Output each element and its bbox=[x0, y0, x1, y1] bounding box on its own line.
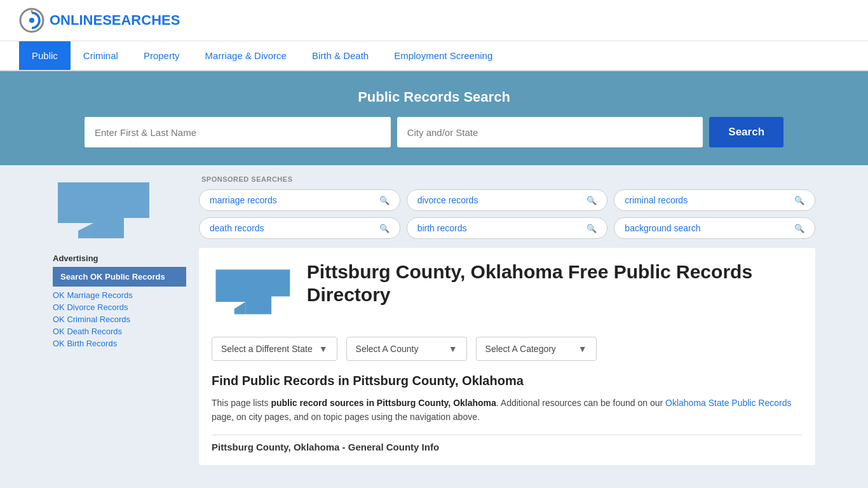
search-icon-birth: 🔍 bbox=[587, 224, 597, 233]
page-header: ONLINESEARCHES bbox=[0, 0, 868, 41]
oklahoma-map bbox=[53, 175, 154, 245]
search-banner-title: Public Records Search bbox=[19, 89, 849, 105]
main-nav: Public Criminal Property Marriage & Divo… bbox=[0, 41, 868, 71]
tags-row-1: marriage records 🔍 divorce records 🔍 cri… bbox=[199, 189, 815, 211]
directory-section: Pittsburg County, Oklahoma Free Public R… bbox=[199, 248, 815, 465]
nav-property[interactable]: Property bbox=[131, 41, 193, 70]
tag-marriage-records[interactable]: marriage records 🔍 bbox=[199, 189, 400, 211]
logo-text: ONLINESEARCHES bbox=[50, 12, 180, 29]
search-icon-death: 🔍 bbox=[379, 224, 390, 233]
svg-marker-3 bbox=[58, 182, 149, 238]
county-dropdown[interactable]: Select A County ▼ bbox=[346, 337, 467, 361]
find-records-title: Find Public Records in Pittsburg County,… bbox=[212, 374, 803, 388]
directory-title: Pittsburg County, Oklahoma Free Public R… bbox=[307, 261, 803, 306]
search-form: Search bbox=[85, 117, 783, 147]
search-icon-criminal: 🔍 bbox=[794, 196, 804, 205]
sponsored-label: SPONSORED SEARCHES bbox=[199, 175, 815, 183]
general-info-title: Pittsburg County, Oklahoma - General Cou… bbox=[212, 442, 803, 452]
logo-icon bbox=[19, 8, 44, 33]
tag-death-records[interactable]: death records 🔍 bbox=[199, 217, 400, 239]
advertising-label: Advertising bbox=[53, 254, 186, 263]
tag-birth-records[interactable]: birth records 🔍 bbox=[407, 217, 608, 239]
location-input[interactable] bbox=[397, 117, 703, 147]
search-icon-divorce: 🔍 bbox=[587, 196, 597, 205]
svg-point-1 bbox=[29, 18, 34, 23]
sidebar-link-criminal[interactable]: OK Criminal Records bbox=[53, 315, 186, 324]
sidebar-link-birth[interactable]: OK Birth Records bbox=[53, 339, 186, 348]
state-map-icon bbox=[212, 261, 294, 324]
find-records-text: This page lists public record sources in… bbox=[212, 396, 803, 424]
ad-box[interactable]: Search OK Public Records bbox=[53, 267, 186, 287]
sidebar: Advertising Search OK Public Records OK … bbox=[53, 175, 186, 465]
logo[interactable]: ONLINESEARCHES bbox=[19, 8, 180, 33]
search-button[interactable]: Search bbox=[709, 117, 783, 147]
content-area: SPONSORED SEARCHES marriage records 🔍 di… bbox=[199, 175, 815, 465]
sidebar-link-marriage[interactable]: OK Marriage Records bbox=[53, 290, 186, 300]
directory-header: Pittsburg County, Oklahoma Free Public R… bbox=[212, 261, 803, 324]
name-input[interactable] bbox=[85, 117, 391, 147]
category-dropdown-arrow: ▼ bbox=[578, 344, 587, 354]
svg-marker-4 bbox=[78, 223, 93, 238]
tag-divorce-records[interactable]: divorce records 🔍 bbox=[407, 189, 608, 211]
category-dropdown[interactable]: Select A Category ▼ bbox=[476, 337, 597, 361]
state-dropdown[interactable]: Select a Different State ▼ bbox=[212, 337, 337, 361]
section-divider bbox=[212, 435, 803, 435]
sidebar-link-death[interactable]: OK Death Records bbox=[53, 327, 186, 336]
state-dropdown-arrow: ▼ bbox=[319, 344, 328, 354]
dropdowns-row: Select a Different State ▼ Select A Coun… bbox=[212, 337, 803, 361]
sponsored-tags-area: SPONSORED SEARCHES marriage records 🔍 di… bbox=[199, 175, 815, 239]
nav-marriage-divorce[interactable]: Marriage & Divorce bbox=[193, 41, 299, 70]
search-banner: Public Records Search Search bbox=[0, 71, 868, 165]
main-container: Advertising Search OK Public Records OK … bbox=[40, 165, 828, 475]
svg-marker-6 bbox=[234, 302, 246, 314]
search-icon-marriage: 🔍 bbox=[379, 196, 390, 205]
ok-state-link[interactable]: Oklahoma State Public Records bbox=[665, 398, 791, 408]
nav-employment[interactable]: Employment Screening bbox=[381, 41, 505, 70]
nav-public[interactable]: Public bbox=[19, 41, 71, 70]
tag-background-search[interactable]: background search 🔍 bbox=[614, 217, 815, 239]
sidebar-link-divorce[interactable]: OK Divorce Records bbox=[53, 302, 186, 312]
nav-criminal[interactable]: Criminal bbox=[71, 41, 131, 70]
svg-marker-5 bbox=[215, 269, 290, 314]
sidebar-links: OK Marriage Records OK Divorce Records O… bbox=[53, 290, 186, 348]
county-dropdown-arrow: ▼ bbox=[449, 344, 458, 354]
nav-birth-death[interactable]: Birth & Death bbox=[299, 41, 381, 70]
search-icon-background: 🔍 bbox=[794, 224, 804, 233]
tags-row-2: death records 🔍 birth records 🔍 backgrou… bbox=[199, 217, 815, 239]
tag-criminal-records[interactable]: criminal records 🔍 bbox=[614, 189, 815, 211]
